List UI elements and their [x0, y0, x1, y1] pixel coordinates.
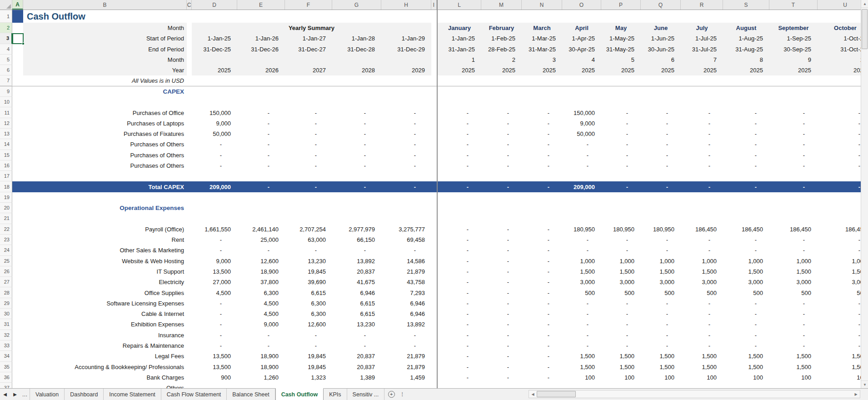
- cell-F9[interactable]: [285, 86, 332, 97]
- cell-N11[interactable]: -: [522, 107, 562, 118]
- scroll-left-arrow-icon[interactable]: ◀: [529, 390, 537, 398]
- cell-R7[interactable]: [681, 75, 723, 85]
- cell-A19[interactable]: [12, 192, 23, 203]
- row-header-35[interactable]: 35: [0, 362, 12, 372]
- cell-S2[interactable]: August: [723, 23, 769, 33]
- cell-G25[interactable]: 13,892: [332, 256, 381, 266]
- cell-B13[interactable]: Purchases of Fixatures: [23, 129, 187, 139]
- cell-U10[interactable]: [818, 97, 861, 107]
- cell-H34[interactable]: 21,879: [381, 351, 431, 361]
- cell-L11[interactable]: -: [438, 107, 481, 118]
- cell-T31[interactable]: -: [769, 319, 818, 330]
- cell-I5[interactable]: [431, 55, 437, 65]
- cell-Q23[interactable]: -: [641, 235, 681, 245]
- cell-I29[interactable]: [431, 298, 437, 309]
- cell-Q15[interactable]: -: [641, 150, 681, 160]
- cell-H33[interactable]: -: [381, 340, 431, 351]
- cell-N10[interactable]: [522, 97, 562, 107]
- cell-E1[interactable]: [237, 10, 285, 23]
- cell-S25[interactable]: 1,000: [723, 256, 769, 266]
- cell-L25[interactable]: -: [438, 256, 481, 266]
- cell-D16[interactable]: -: [192, 160, 237, 171]
- cell-B28[interactable]: Office Supplies: [23, 287, 187, 298]
- cell-Q16[interactable]: -: [641, 160, 681, 171]
- cell-A9[interactable]: [12, 86, 23, 97]
- cell-I11[interactable]: [431, 107, 437, 118]
- cell-C11[interactable]: [187, 107, 192, 118]
- cell-N5[interactable]: 3: [522, 55, 562, 65]
- cell-D35[interactable]: 13,500: [192, 362, 237, 372]
- cell-M6[interactable]: 2025: [481, 65, 522, 75]
- cell-E24[interactable]: -: [237, 245, 285, 255]
- cell-A12[interactable]: [12, 118, 23, 129]
- cell-M16[interactable]: -: [481, 160, 522, 171]
- row-header-14[interactable]: 14: [0, 139, 12, 150]
- cell-C28[interactable]: [187, 287, 192, 298]
- cell-H14[interactable]: -: [381, 139, 431, 150]
- cell-T21[interactable]: [769, 213, 818, 224]
- cell-Q21[interactable]: [641, 213, 681, 224]
- row-header-1[interactable]: 1: [0, 10, 12, 23]
- cell-B20[interactable]: Operational Expenses: [23, 203, 187, 213]
- cell-U31[interactable]: -: [818, 319, 861, 330]
- cell-G31[interactable]: 13,230: [332, 319, 381, 330]
- cell-D18[interactable]: 209,000: [192, 181, 237, 192]
- cell-M9[interactable]: [481, 86, 522, 97]
- cell-R30[interactable]: -: [681, 309, 723, 319]
- cell-T27[interactable]: 3,000: [769, 277, 818, 287]
- cell-D5[interactable]: [192, 55, 237, 65]
- cell-D6[interactable]: 2025: [192, 65, 237, 75]
- cell-I20[interactable]: [431, 203, 437, 213]
- cell-U33[interactable]: -: [818, 340, 861, 351]
- cell-G26[interactable]: 20,837: [332, 266, 381, 277]
- cell-E20[interactable]: [237, 203, 285, 213]
- cell-I28[interactable]: [431, 287, 437, 298]
- cell-U32[interactable]: -: [818, 330, 861, 340]
- cell-I6[interactable]: [431, 65, 437, 75]
- cell-C27[interactable]: [187, 277, 192, 287]
- cell-G1[interactable]: [332, 10, 381, 23]
- cell-C23[interactable]: [187, 235, 192, 245]
- cell-T6[interactable]: 2025: [769, 65, 818, 75]
- cell-F10[interactable]: [285, 97, 332, 107]
- cell-N9[interactable]: [522, 86, 562, 97]
- cell-H11[interactable]: -: [381, 107, 431, 118]
- cell-P5[interactable]: 5: [601, 55, 641, 65]
- cell-U24[interactable]: -: [818, 245, 861, 255]
- cell-D36[interactable]: 900: [192, 372, 237, 383]
- cell-I13[interactable]: [431, 129, 437, 139]
- cell-P24[interactable]: -: [601, 245, 641, 255]
- cell-D26[interactable]: 13,500: [192, 266, 237, 277]
- cell-Q11[interactable]: -: [641, 107, 681, 118]
- tab-cash-flow-statement[interactable]: Cash Flow Statement: [161, 389, 227, 400]
- cell-B1[interactable]: Cash Outflow: [23, 10, 187, 23]
- cell-O36[interactable]: 100: [562, 372, 601, 383]
- cell-P7[interactable]: [601, 75, 641, 85]
- cell-U26[interactable]: 1,500: [818, 266, 861, 277]
- cell-F16[interactable]: -: [285, 160, 332, 171]
- cell-E22[interactable]: 2,461,140: [237, 224, 285, 235]
- cell-L34[interactable]: -: [438, 351, 481, 361]
- cell-C15[interactable]: [187, 150, 192, 160]
- cell-D22[interactable]: 1,661,550: [192, 224, 237, 235]
- cell-L4[interactable]: 31-Jan-25: [438, 44, 481, 55]
- cell-P37[interactable]: -: [601, 383, 641, 388]
- cell-I30[interactable]: [431, 309, 437, 319]
- cell-M22[interactable]: -: [481, 224, 522, 235]
- cell-U3[interactable]: 1-Oct-25: [818, 33, 861, 44]
- cell-H15[interactable]: -: [381, 150, 431, 160]
- cell-M12[interactable]: -: [481, 118, 522, 129]
- cell-B32[interactable]: Insurance: [23, 330, 187, 340]
- cell-M26[interactable]: -: [481, 266, 522, 277]
- cell-U14[interactable]: -: [818, 139, 861, 150]
- cell-L36[interactable]: -: [438, 372, 481, 383]
- cell-F24[interactable]: -: [285, 245, 332, 255]
- cell-B10[interactable]: [23, 97, 187, 107]
- cell-T23[interactable]: -: [769, 235, 818, 245]
- cell-P3[interactable]: 1-May-25: [601, 33, 641, 44]
- cell-G15[interactable]: -: [332, 150, 381, 160]
- cell-N34[interactable]: -: [522, 351, 562, 361]
- cell-N1[interactable]: [522, 10, 562, 23]
- cell-G16[interactable]: -: [332, 160, 381, 171]
- cell-G17[interactable]: [332, 171, 381, 181]
